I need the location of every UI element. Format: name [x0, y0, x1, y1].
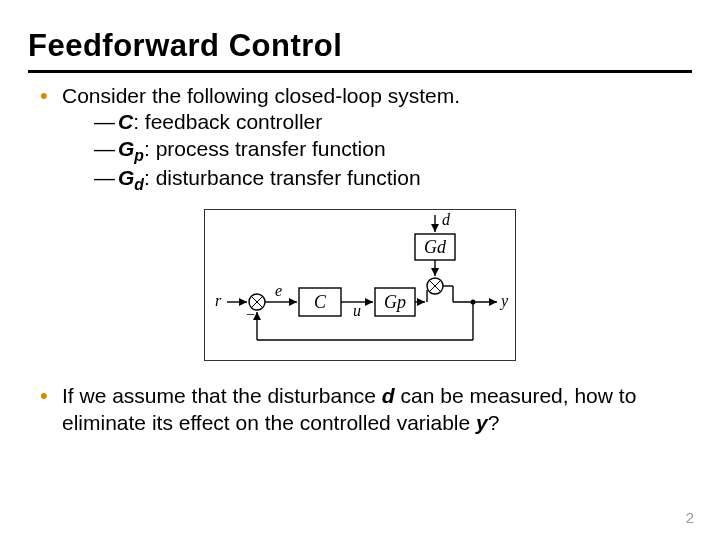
block-gp: Gp [384, 292, 406, 312]
var-y: y [476, 411, 488, 434]
bullet-list-2: If we assume that the disturbance d can … [28, 383, 692, 436]
block-gd: Gd [424, 237, 447, 257]
block-diagram: d Gd r e C u Gp [28, 209, 692, 365]
bullet-item-2: If we assume that the disturbance d can … [40, 383, 692, 436]
bullet-item-1: Consider the following closed-loop syste… [40, 83, 692, 195]
bullet-list: Consider the following closed-loop syste… [28, 83, 692, 195]
emdash-icon: — [94, 165, 118, 191]
block-c: C [314, 292, 327, 312]
signal-r: r [215, 292, 222, 309]
definition-c: —C: feedback controller [62, 109, 692, 135]
slide-title: Feedforward Control [28, 28, 692, 64]
emdash-icon: — [94, 136, 118, 162]
bullet1-lead: Consider the following closed-loop syste… [62, 84, 460, 107]
signal-u: u [353, 302, 361, 319]
definition-gp: —Gp: process transfer function [62, 136, 692, 166]
page-number: 2 [686, 509, 694, 526]
minus-sign: − [245, 306, 256, 323]
closed-loop-diagram: d Gd r e C u Gp [204, 209, 516, 361]
signal-d: d [442, 211, 451, 228]
slide: Feedforward Control Consider the followi… [0, 0, 720, 540]
signal-e: e [275, 282, 282, 299]
emdash-icon: — [94, 109, 118, 135]
var-d: d [382, 384, 395, 407]
title-rule [28, 70, 692, 73]
signal-y: y [499, 292, 509, 310]
definition-gd: —Gd: disturbance transfer function [62, 165, 692, 195]
